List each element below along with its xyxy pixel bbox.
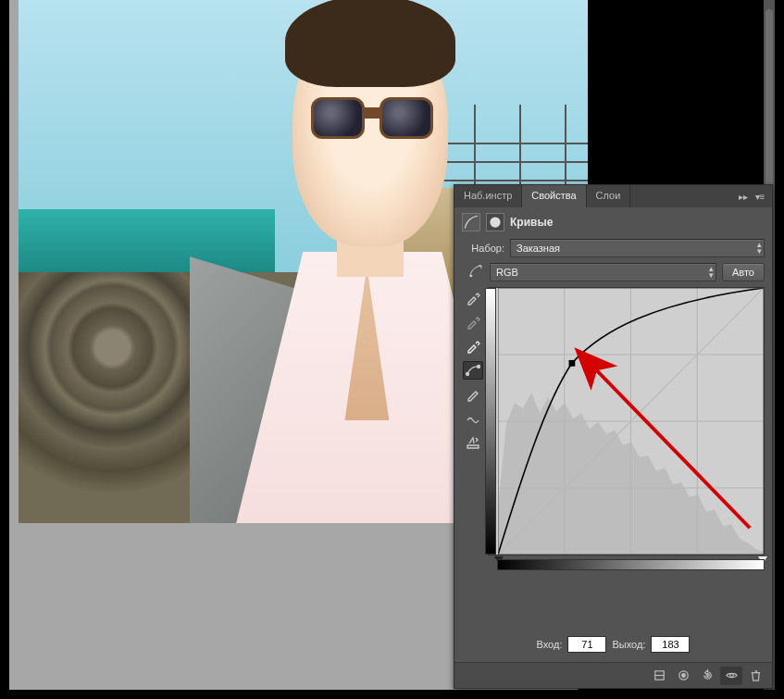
input-gradient	[497, 559, 765, 570]
svg-point-17	[729, 674, 733, 678]
smooth-icon[interactable]	[463, 409, 483, 428]
svg-point-0	[490, 217, 500, 227]
prev-state-icon[interactable]	[672, 667, 694, 685]
svg-point-2	[467, 373, 469, 376]
flyout-menu-icon[interactable]: ▸▸	[737, 190, 750, 203]
chevron-updown-icon: ▴▾	[709, 266, 712, 279]
preset-label: Набор:	[462, 243, 504, 254]
curves-graph[interactable]	[488, 287, 765, 555]
clip-warning-icon[interactable]	[463, 433, 483, 452]
target-adjust-icon[interactable]	[467, 270, 484, 281]
eyedropper-gray-icon[interactable]	[463, 313, 483, 331]
panel-tabbar: Наб.инстр Свойства Слои ▸▸ ▾≡	[454, 185, 772, 207]
trash-icon[interactable]	[744, 667, 766, 685]
svg-point-16	[681, 674, 685, 678]
auto-button[interactable]: Авто	[722, 263, 765, 281]
svg-point-3	[478, 366, 480, 368]
channel-value: RGB	[496, 267, 518, 278]
pencil-icon[interactable]	[463, 385, 483, 404]
output-label: Выход:	[612, 639, 645, 650]
tab-layers[interactable]: Слои	[587, 185, 631, 207]
tab-tool-presets[interactable]: Наб.инстр	[454, 185, 522, 207]
chevron-updown-icon: ▴▾	[757, 242, 760, 255]
curves-icon	[462, 213, 480, 231]
tab-properties[interactable]: Свойства	[522, 185, 586, 207]
preset-select[interactable]: Заказная ▴▾	[510, 239, 765, 257]
svg-rect-11	[569, 360, 576, 367]
channel-select[interactable]: RGB ▴▾	[490, 263, 716, 281]
panel-footer	[454, 662, 772, 688]
preset-value: Заказная	[516, 243, 560, 254]
panel-title: Кривые	[510, 216, 553, 229]
properties-panel: Наб.инстр Свойства Слои ▸▸ ▾≡ Кривые Наб…	[454, 184, 773, 689]
eye-icon[interactable]	[720, 667, 742, 685]
eyedropper-black-icon[interactable]	[463, 289, 483, 307]
reset-icon[interactable]	[696, 667, 718, 685]
clip-to-layer-icon[interactable]	[648, 667, 670, 685]
svg-point-1	[470, 275, 473, 278]
mask-icon[interactable]	[486, 213, 504, 231]
edit-points-icon[interactable]	[463, 361, 483, 380]
output-gradient	[485, 288, 496, 555]
input-label: Вход:	[537, 639, 563, 650]
eyedropper-white-icon[interactable]	[463, 337, 483, 356]
minimize-icon[interactable]: ▾≡	[753, 190, 766, 203]
input-value-field[interactable]	[567, 636, 606, 653]
output-value-field[interactable]	[651, 636, 690, 653]
